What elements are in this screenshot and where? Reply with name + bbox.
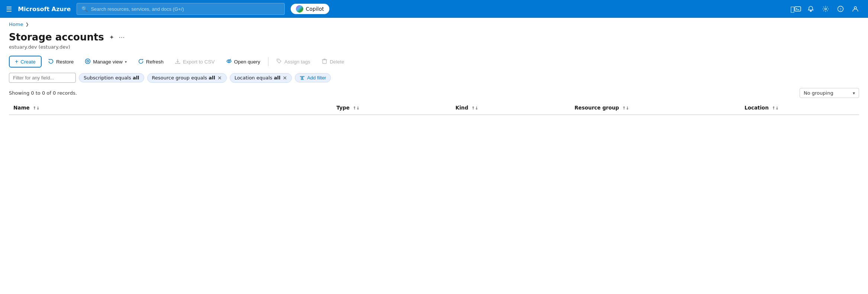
assign-tags-button[interactable]: Assign tags (271, 56, 315, 68)
svg-point-9 (278, 60, 278, 61)
manage-view-icon (85, 58, 91, 65)
add-filter-icon (300, 75, 305, 81)
filter-bar: Subscription equals all Resource group e… (0, 71, 868, 85)
assign-tags-label: Assign tags (284, 59, 310, 65)
copilot-label: Copilot (306, 6, 324, 12)
grouping-label: No grouping (804, 90, 833, 96)
export-icon (175, 58, 181, 65)
add-filter-label: Add filter (307, 75, 326, 81)
grouping-select[interactable]: No grouping ▾ (800, 88, 859, 98)
topnav-icons:  ? (789, 2, 862, 16)
svg-rect-10 (323, 60, 326, 63)
grouping-chevron-icon: ▾ (853, 91, 855, 96)
col-header-resource-group[interactable]: Resource group ↑↓ (570, 101, 740, 115)
copilot-button[interactable]: Copilot (291, 4, 329, 14)
breadcrumb: Home ❯ (0, 18, 868, 29)
filter-tag-location[interactable]: Location equals all ✕ (230, 73, 292, 83)
svg-point-8 (228, 61, 230, 62)
page-title-row: Storage accounts ✦ ⋯ (9, 32, 859, 43)
table-container: Name ↑↓ Type ↑↓ Kind ↑↓ Resource group ↑… (0, 101, 868, 115)
search-icon: 🔍 (81, 6, 88, 12)
restore-button[interactable]: Restore (43, 56, 78, 68)
sort-name-icon: ↑↓ (33, 106, 39, 111)
hamburger-icon[interactable]: ☰ (6, 5, 12, 13)
col-header-kind[interactable]: Kind ↑↓ (451, 101, 570, 115)
svg-point-7 (87, 60, 89, 62)
col-header-name[interactable]: Name ↑↓ (9, 101, 332, 115)
filter-location-close-icon[interactable]: ✕ (283, 75, 287, 81)
toolbar: + Create Restore Manage view ▾ Refresh E… (0, 53, 868, 71)
page-title: Storage accounts (9, 32, 104, 43)
topnav: ☰ Microsoft Azure 🔍 Copilot  ? (0, 0, 868, 18)
filter-location-text: Location equals all (235, 75, 281, 81)
svg-point-6 (85, 59, 90, 63)
records-summary: Showing 0 to 0 of 0 records. (9, 90, 77, 96)
toolbar-separator (268, 57, 268, 66)
export-csv-button[interactable]: Export to CSV (170, 56, 220, 68)
sort-kind-icon: ↑↓ (471, 106, 478, 111)
records-bar: Showing 0 to 0 of 0 records. No grouping… (0, 85, 868, 101)
refresh-label: Refresh (146, 59, 164, 65)
bell-icon[interactable] (804, 2, 817, 16)
refresh-button[interactable]: Refresh (133, 56, 168, 68)
add-filter-button[interactable]: Add filter (295, 73, 331, 82)
svg-text:?: ? (840, 7, 842, 12)
export-csv-label: Export to CSV (183, 59, 215, 65)
restore-label: Restore (56, 59, 74, 65)
page-title-icons: ✦ ⋯ (109, 33, 125, 42)
refresh-icon (138, 58, 144, 65)
filter-subscription-text: Subscription equals all (84, 75, 139, 81)
filter-tag-resource-group[interactable]: Resource group equals all ✕ (147, 73, 227, 83)
breadcrumb-home[interactable]: Home (9, 22, 23, 27)
more-icon[interactable]: ⋯ (118, 33, 125, 42)
delete-icon (322, 58, 327, 65)
open-query-label: Open query (234, 59, 261, 65)
filter-tag-subscription[interactable]: Subscription equals all (79, 73, 144, 82)
restore-icon (48, 58, 54, 65)
breadcrumb-sep: ❯ (25, 22, 29, 27)
manage-view-chevron: ▾ (125, 60, 127, 64)
open-query-button[interactable]: Open query (221, 56, 265, 68)
col-header-type[interactable]: Type ↑↓ (332, 101, 451, 115)
field-filter-input[interactable] (9, 73, 76, 83)
sort-location-icon: ↑↓ (772, 106, 778, 111)
page-header: Storage accounts ✦ ⋯ estuary.dev (estuar… (0, 29, 868, 53)
help-icon[interactable]: ? (834, 2, 847, 16)
create-button[interactable]: + Create (9, 56, 42, 68)
account-icon[interactable] (849, 2, 862, 16)
delete-button[interactable]: Delete (317, 56, 349, 68)
open-query-icon (226, 58, 232, 65)
terminal-icon[interactable]:  (789, 2, 803, 16)
page-subtitle: estuary.dev (estuary.dev) (9, 43, 859, 53)
svg-rect-0 (795, 7, 801, 11)
sort-rg-icon: ↑↓ (622, 106, 629, 111)
filter-rg-close-icon[interactable]: ✕ (217, 75, 222, 81)
svg-point-5 (854, 7, 856, 9)
plus-icon: + (15, 58, 18, 65)
create-label: Create (20, 59, 36, 65)
settings-icon[interactable] (819, 2, 832, 16)
manage-view-button[interactable]: Manage view ▾ (80, 56, 132, 68)
data-table: Name ↑↓ Type ↑↓ Kind ↑↓ Resource group ↑… (9, 101, 859, 115)
search-box[interactable]: 🔍 (77, 3, 285, 15)
assign-tags-icon (276, 58, 282, 65)
delete-label: Delete (330, 59, 344, 65)
pin-icon[interactable]: ✦ (109, 33, 115, 42)
copilot-icon (296, 5, 303, 13)
filter-rg-text: Resource group equals all (152, 75, 215, 81)
manage-view-label: Manage view (93, 59, 123, 65)
col-header-location[interactable]: Location ↑↓ (740, 101, 859, 115)
brand-name: Microsoft Azure (18, 6, 71, 13)
sort-type-icon: ↑↓ (353, 106, 359, 111)
search-input[interactable] (91, 6, 280, 12)
svg-point-2 (825, 8, 827, 10)
